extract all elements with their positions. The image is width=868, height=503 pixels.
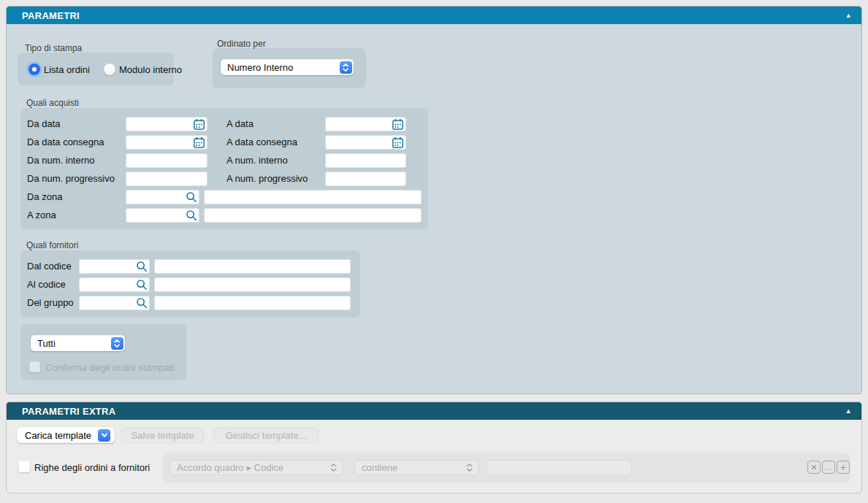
da-zona-desc-input[interactable] <box>204 190 422 204</box>
da-num-progressivo-label: Da num. progressivo <box>27 173 115 184</box>
ellipsis-icon: … <box>825 464 833 472</box>
search-icon <box>186 191 197 203</box>
da-zona-code-input[interactable] <box>126 190 199 204</box>
modulo-interno-label: Modulo interno <box>119 64 182 75</box>
salva-template-button: Salva template <box>121 427 204 443</box>
a-data-consegna-label: A data consegna <box>226 137 297 147</box>
da-data-input[interactable] <box>126 117 208 131</box>
filter-field-select: Accordo quadro ▸ Codice <box>170 460 343 475</box>
search-icon <box>136 261 148 272</box>
a-num-interno-input[interactable] <box>325 153 406 168</box>
filter-operator-select: contiene <box>354 460 479 475</box>
chevron-up-down-icon <box>111 337 123 350</box>
conferma-ordini-label: Conferma degli ordini stampati <box>45 362 174 373</box>
del-gruppo-desc-input[interactable] <box>154 296 351 310</box>
carica-template-label: Carica template <box>25 430 91 441</box>
lista-ordini-label: Lista ordini <box>44 64 90 75</box>
da-data-consegna-label: Da data consegna <box>27 137 104 147</box>
righe-ordini-checkbox[interactable] <box>18 461 30 472</box>
filter-options-button: … <box>822 461 835 474</box>
calendar-icon <box>193 118 205 131</box>
plus-icon: + <box>840 462 846 472</box>
close-icon: ✕ <box>810 464 817 472</box>
a-data-input[interactable] <box>325 117 406 131</box>
a-data-consegna-input[interactable] <box>325 135 406 150</box>
a-num-progressivo-input[interactable] <box>325 172 406 186</box>
del-gruppo-code-input[interactable] <box>79 296 150 310</box>
chevron-up-down-icon <box>466 463 473 472</box>
parametri-extra-panel: PARAMETRI EXTRA ▲ Carica template Salva … <box>6 402 862 494</box>
ordinato-per-label: Ordinato per <box>217 39 266 49</box>
al-codice-label: Al codice <box>27 279 66 290</box>
parametri-panel-title: PARAMETRI <box>22 10 80 21</box>
dal-codice-code-input[interactable] <box>79 259 150 274</box>
filter-add-button: + <box>837 461 850 474</box>
a-zona-desc-input[interactable] <box>204 208 422 223</box>
a-zona-label: A zona <box>27 210 56 220</box>
filter-operator-value: contiene <box>362 462 397 473</box>
ordinato-per-value: Numero Interno <box>227 62 293 73</box>
da-zona-label: Da zona <box>27 191 62 202</box>
da-num-progressivo-input[interactable] <box>126 172 208 186</box>
calendar-icon <box>392 118 404 131</box>
stato-select[interactable]: Tutti <box>31 335 125 351</box>
conferma-ordini-checkbox <box>29 361 40 372</box>
del-gruppo-label: Del gruppo <box>27 297 74 308</box>
collapse-triangle-icon[interactable]: ▲ <box>845 12 852 19</box>
quali-acquisti-label: Quali acquisti <box>26 98 79 108</box>
ordinato-per-select[interactable]: Numero Interno <box>221 59 354 75</box>
print-parameters-window: PARAMETRI ▲ Tipo di stampa Lista ordini … <box>0 0 868 503</box>
gestisci-template-button: Gestisci template... <box>213 427 319 443</box>
modulo-interno-radio[interactable] <box>104 64 115 75</box>
a-num-progressivo-label: A num. progressivo <box>226 173 308 184</box>
calendar-icon <box>392 137 404 149</box>
lista-ordini-radio[interactable] <box>28 64 40 75</box>
chevron-up-down-icon <box>340 61 352 74</box>
filter-field-value: Accordo quadro ▸ Codice <box>177 462 283 473</box>
dal-codice-label: Dal codice <box>27 261 72 272</box>
parametri-extra-panel-header[interactable]: PARAMETRI EXTRA ▲ <box>7 402 861 420</box>
a-data-label: A data <box>226 118 254 129</box>
carica-template-button[interactable]: Carica template <box>17 427 115 443</box>
a-num-interno-label: A num. interno <box>226 155 288 166</box>
search-icon <box>186 210 197 221</box>
dal-codice-desc-input[interactable] <box>154 259 351 274</box>
da-data-label: Da data <box>27 118 61 129</box>
filter-remove-button: ✕ <box>807 461 821 474</box>
righe-ordini-label: Righe degli ordini a fornitori <box>34 462 150 473</box>
da-data-consegna-input[interactable] <box>126 135 208 150</box>
search-icon <box>136 279 148 291</box>
a-zona-code-input[interactable] <box>126 208 199 223</box>
calendar-icon <box>193 137 205 149</box>
da-num-interno-label: Da num. interno <box>27 155 95 166</box>
tipo-di-stampa-label: Tipo di stampa <box>25 43 82 53</box>
collapse-triangle-icon[interactable]: ▲ <box>845 408 852 415</box>
al-codice-desc-input[interactable] <box>154 277 351 292</box>
parametri-panel-header[interactable]: PARAMETRI ▲ <box>7 7 861 24</box>
filter-value-input <box>487 460 631 475</box>
stato-select-value: Tutti <box>37 338 56 349</box>
da-num-interno-input[interactable] <box>126 153 208 168</box>
quali-fornitori-label: Quali fornitori <box>26 240 78 250</box>
chevron-up-down-icon <box>330 463 337 472</box>
parametri-extra-panel-title: PARAMETRI EXTRA <box>22 406 115 417</box>
search-icon <box>136 297 148 309</box>
chevron-down-icon <box>98 429 110 442</box>
al-codice-code-input[interactable] <box>79 277 150 292</box>
parametri-panel: PARAMETRI ▲ Tipo di stampa Lista ordini … <box>6 6 862 394</box>
